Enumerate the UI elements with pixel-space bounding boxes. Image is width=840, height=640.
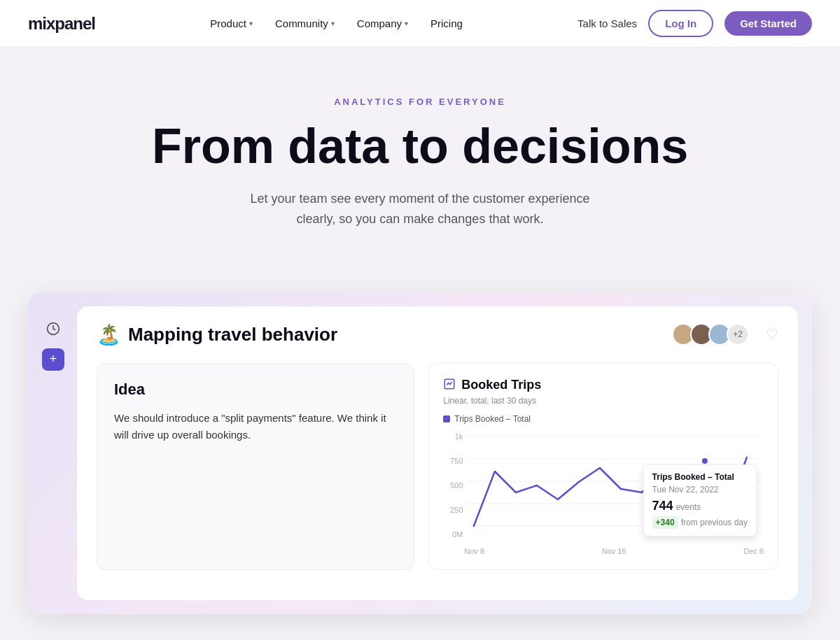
logo[interactable]: mixpanel xyxy=(28,14,95,34)
y-label-0m: 0M xyxy=(443,530,463,539)
avatar-group: +2 xyxy=(672,323,749,346)
dashboard-actions: +2 ♡ xyxy=(672,323,778,346)
idea-label: Idea xyxy=(114,381,397,399)
tooltip-events-label: events xyxy=(676,502,701,512)
chevron-down-icon: ▾ xyxy=(405,20,408,27)
talk-to-sales-link[interactable]: Talk to Sales xyxy=(578,17,637,29)
chevron-down-icon: ▾ xyxy=(331,20,335,27)
legend-dot xyxy=(443,415,450,422)
hero-subtitle: Let your team see every moment of the cu… xyxy=(238,189,602,229)
x-label-nov8: Nov 8 xyxy=(464,547,484,555)
x-label-dec8: Dec 8 xyxy=(743,547,764,555)
x-label-nov16: Nov 16 xyxy=(602,547,626,555)
tooltip-title: Trips Booked – Total xyxy=(652,472,748,482)
title-emoji: 🏝️ xyxy=(97,323,121,346)
hero-eyebrow: ANALYTICS FOR EVERYONE xyxy=(28,97,812,107)
tooltip-change-label: from previous day xyxy=(681,518,748,527)
y-label-250: 250 xyxy=(443,506,463,514)
nav-links: Product ▾ Community ▾ Company ▾ Pricing xyxy=(210,17,463,29)
chevron-down-icon: ▾ xyxy=(249,20,253,27)
chart-legend: Trips Booked – Total xyxy=(443,414,764,424)
y-label-1k: 1k xyxy=(443,432,463,441)
idea-text: We should introduce a "split payments" f… xyxy=(114,410,397,443)
svg-point-7 xyxy=(701,457,708,464)
dashboard-title: 🏝️ Mapping travel behavior xyxy=(97,323,337,346)
tooltip-count: 744 xyxy=(652,499,673,513)
nav-pricing[interactable]: Pricing xyxy=(430,17,463,29)
chart-x-labels: Nov 8 Nov 16 Dec 8 xyxy=(443,544,764,555)
chart-subtitle: Linear, total, last 30 days xyxy=(443,396,764,406)
chart-tooltip: Trips Booked – Total Tue Nov 22, 2022 74… xyxy=(643,464,757,536)
sidebar: + xyxy=(42,306,64,382)
tooltip-date: Tue Nov 22, 2022 xyxy=(652,485,748,495)
avatar-count: +2 xyxy=(727,323,749,346)
nav-actions: Talk to Sales Log In Get Started xyxy=(578,10,812,37)
hero-section: ANALYTICS FOR EVERYONE From data to deci… xyxy=(0,48,840,292)
chart-icon xyxy=(443,378,456,393)
get-started-button[interactable]: Get Started xyxy=(724,11,812,36)
chart-card: Booked Trips Linear, total, last 30 days… xyxy=(428,363,778,570)
tooltip-change-value: +340 xyxy=(652,516,678,529)
nav-community[interactable]: Community ▾ xyxy=(275,17,335,29)
login-button[interactable]: Log In xyxy=(648,10,713,37)
y-label-500: 500 xyxy=(443,481,463,490)
y-label-750: 750 xyxy=(443,457,463,465)
chart-header: Booked Trips xyxy=(443,378,764,393)
heart-icon[interactable]: ♡ xyxy=(766,326,778,343)
tooltip-change: +340 from previous day xyxy=(652,516,748,529)
add-icon[interactable]: + xyxy=(42,348,64,371)
nav-company[interactable]: Company ▾ xyxy=(357,17,408,29)
dashboard-content: Idea We should introduce a "split paymen… xyxy=(97,363,778,570)
chart-area: 1k 750 500 250 0M xyxy=(443,429,764,544)
idea-card: Idea We should introduce a "split paymen… xyxy=(97,363,414,570)
legend-label: Trips Booked – Total xyxy=(454,414,531,424)
nav-product[interactable]: Product ▾ xyxy=(210,17,253,29)
chart-title: Booked Trips xyxy=(461,378,541,392)
dashboard-preview: + 🏝️ Mapping travel behavior +2 ♡ xyxy=(28,292,812,614)
dashboard-main: 🏝️ Mapping travel behavior +2 ♡ Idea We … xyxy=(77,306,798,600)
navbar: mixpanel Product ▾ Community ▾ Company ▾… xyxy=(0,0,840,48)
dashboard-header: 🏝️ Mapping travel behavior +2 ♡ xyxy=(97,323,778,346)
clock-icon xyxy=(42,318,64,340)
tooltip-events: 744 events xyxy=(652,499,748,513)
hero-title: From data to decisions xyxy=(28,120,812,173)
